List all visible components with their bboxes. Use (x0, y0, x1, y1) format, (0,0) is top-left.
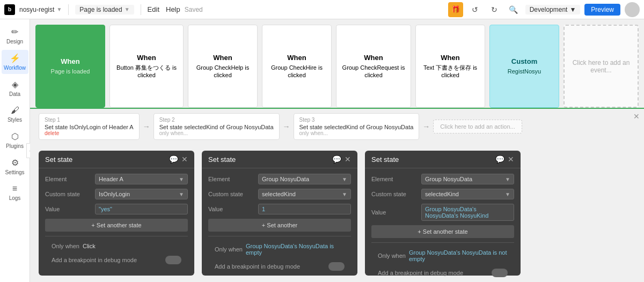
panel-custom-select-1[interactable]: IsOnlyLogin ▼ (95, 189, 188, 199)
sidebar-item-styles[interactable]: 🖌 Styles (2, 102, 28, 126)
panel-header-1: Set state 💬 ✕ (39, 151, 194, 168)
panel-debug-toggle-3[interactable] (492, 269, 508, 277)
sidebar-item-logs[interactable]: ≡ Logs (2, 181, 28, 204)
preview-button[interactable]: Preview (584, 4, 620, 16)
event-card-title-6: When (441, 54, 459, 62)
panel-comment-icon-2[interactable]: 💬 (332, 155, 341, 164)
panel-element-value-3: Group NosyuData (425, 176, 472, 182)
arrow-icon-1: → (140, 122, 153, 131)
sidebar-label-styles: Styles (8, 117, 22, 123)
refresh-icon[interactable]: ↺ (467, 2, 482, 17)
panel-custom-arrow-1: ▼ (179, 191, 184, 197)
dev-selector[interactable]: Development ▼ (525, 5, 581, 14)
menu-help[interactable]: Help (166, 5, 180, 13)
add-action-btn[interactable]: Click here to add an action... (433, 120, 522, 133)
panel-custom-label-3: Custom state (371, 191, 417, 197)
logs-icon: ≡ (12, 184, 17, 194)
panel-value-label-2: Value (208, 206, 254, 212)
styles-icon: 🖌 (11, 106, 19, 115)
set-another-state-btn-2[interactable]: + Set another (208, 219, 351, 232)
search-icon[interactable]: 🔍 (506, 2, 521, 17)
step-number-1: Step 1 (45, 117, 134, 123)
close-steps-btn[interactable]: ✕ (633, 112, 640, 121)
panel-element-label-1: Element (45, 176, 91, 182)
panel-header-3: Set state 💬 ✕ (365, 151, 521, 168)
panel-custom-row-2: Custom state selectedKind ▼ (208, 189, 351, 199)
panel-divider-3 (371, 242, 514, 243)
panel-title-2: Set state (208, 155, 236, 164)
set-another-state-btn-1[interactable]: + Set another state (45, 219, 188, 232)
panel-footer-1: Only when Click (45, 240, 188, 253)
sidebar-item-settings[interactable]: ⚙ Settings (2, 154, 28, 179)
page-chevron-icon: ▼ (56, 6, 62, 12)
step-box-1[interactable]: Step 1 Set state IsOnlyLogin of Header A… (39, 113, 140, 140)
panel-value-text-3: Group NosyuData's NosyuData's NosyuKind (425, 206, 488, 219)
sidebar-item-design[interactable]: ✏ Design (2, 24, 28, 48)
panel-divider-2 (208, 236, 351, 236)
event-card-when3[interactable]: When Group CheckHelp is clicked (188, 25, 258, 108)
panel-value-label-1: Value (45, 206, 91, 212)
panel-custom-select-2[interactable]: selectedKind ▼ (258, 189, 351, 199)
panel-value-input-2[interactable]: 1 (258, 204, 351, 214)
panel-element-select-1[interactable]: Header A ▼ (95, 174, 188, 184)
main-area: When Page is loaded When Button 募集をつくる i… (30, 19, 644, 282)
event-card-title-4: When (287, 54, 306, 62)
topbar: b nosyu-regist ▼ Page is loaded ▼ Edit H… (0, 0, 644, 19)
panel-close-icon-2[interactable]: ✕ (345, 155, 351, 164)
add-event-label: Click here to add an event... (570, 59, 632, 74)
panel-header-2: Set state 💬 ✕ (202, 151, 357, 168)
panel-body-3: Element Group NosyuData ▼ Custom state s… (365, 168, 521, 282)
panel-custom-select-3[interactable]: selectedKind ▼ (421, 189, 514, 199)
event-card-title-1: When (61, 57, 79, 65)
event-card-when5[interactable]: When Group CheckRequest is clicked (336, 25, 411, 108)
panels-row: Set state 💬 ✕ Element Header A ▼ Custom … (30, 144, 644, 282)
panel-header-icons-2: 💬 ✕ (332, 155, 351, 164)
event-card-when2[interactable]: When Button 募集をつくる is clicked (109, 25, 184, 108)
panel-debug-label-1: Add a breakpoint in debug mode (52, 257, 137, 263)
panel-value-input-1[interactable]: "yes" (95, 204, 188, 214)
sidebar-item-plugins[interactable]: ⬡ Plugins (2, 128, 28, 152)
step-delete-1[interactable]: delete (45, 130, 134, 136)
event-card-custom1[interactable]: Custom RegistNosyu (489, 25, 559, 108)
avatar[interactable] (625, 2, 640, 17)
page-selector[interactable]: nosyu-regist ▼ (19, 6, 62, 13)
panel-divider-1 (45, 236, 188, 236)
event-card-when1[interactable]: When Page is loaded (35, 25, 105, 108)
panel-close-icon-1[interactable]: ✕ (181, 155, 188, 164)
menu-edit[interactable]: Edit (148, 5, 159, 13)
arrow-icon-2: → (280, 122, 294, 131)
panel-comment-icon-1[interactable]: 💬 (169, 155, 178, 164)
step-sub-3: only when... (299, 130, 414, 136)
sidebar-label-settings: Settings (5, 169, 24, 175)
step-box-2[interactable]: Step 2 Set state selectedKind of Group N… (153, 113, 280, 140)
event-card-sub-6: Text 下書きを保存 is clicked (421, 64, 479, 79)
panel-custom-value-2: selectedKind (262, 191, 296, 197)
panel-element-select-2[interactable]: Group NosyuData ▼ (258, 174, 351, 184)
set-another-state-btn-3[interactable]: + Set another state (371, 225, 514, 238)
event-card-add[interactable]: Click here to add an event... (564, 25, 639, 108)
panel-custom-row-3: Custom state selectedKind ▼ (371, 189, 514, 199)
panel-debug-1: Add a breakpoint in debug mode (45, 253, 188, 268)
panel-debug-toggle-2[interactable] (328, 262, 345, 271)
panel-footer-3: Only when Group NosyuData's NosyuData is… (371, 246, 514, 265)
panel-comment-icon-3[interactable]: 💬 (495, 155, 504, 164)
status-selector[interactable]: Page is loaded ▼ (75, 5, 134, 14)
step-label-2: Set state selectedKind of Group NosyuDat… (159, 124, 274, 130)
panel-element-row-3: Element Group NosyuData ▼ (371, 174, 514, 184)
panel-value-text-2: 1 (262, 206, 265, 212)
sidebar-item-workflow[interactable]: ⚡ Workflow (2, 50, 28, 74)
redo-icon[interactable]: ↻ (487, 2, 502, 17)
panel-debug-2: Add a breakpoint in debug mode (208, 259, 351, 274)
panel-debug-toggle-1[interactable] (165, 256, 181, 264)
panel-value-input-3[interactable]: Group NosyuData's NosyuData's NosyuKind (421, 204, 514, 221)
event-card-when4[interactable]: When Group CheckHire is clicked (262, 25, 332, 108)
events-bar: When Page is loaded When Button 募集をつくる i… (30, 19, 644, 108)
sidebar-item-data[interactable]: ◈ Data (2, 76, 28, 100)
data-icon: ◈ (12, 79, 18, 90)
app-logo: b (4, 4, 15, 15)
gift-icon[interactable]: 🎁 (448, 2, 463, 17)
event-card-when6[interactable]: When Text 下書きを保存 is clicked (415, 25, 485, 108)
panel-close-icon-3[interactable]: ✕ (508, 155, 514, 164)
step-box-3[interactable]: Step 3 Set state selectedKind of Group N… (294, 113, 420, 140)
panel-element-select-3[interactable]: Group NosyuData ▼ (421, 174, 514, 184)
